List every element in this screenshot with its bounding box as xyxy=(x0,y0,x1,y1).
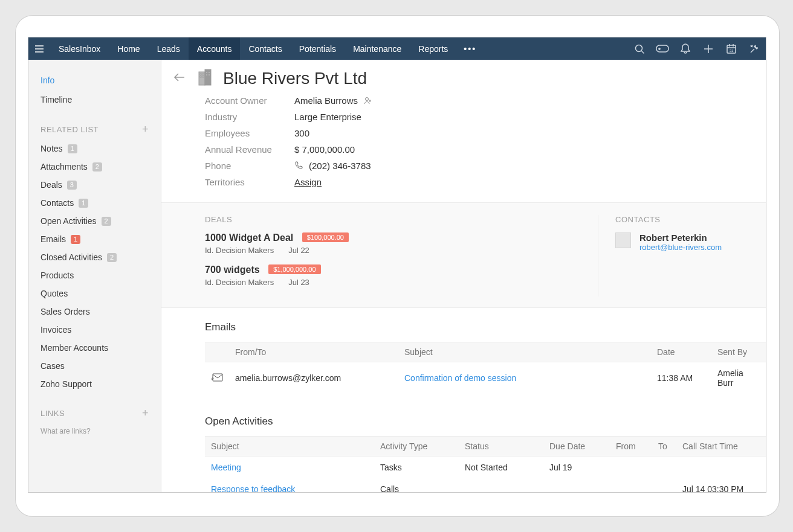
activities-section-title: Open Activities xyxy=(205,415,766,428)
sidebar-open-activities[interactable]: Open Activities2 xyxy=(40,212,149,230)
sidebar-emails[interactable]: Emails1 xyxy=(40,230,149,248)
nav-potentials[interactable]: Potentials xyxy=(291,37,345,60)
activity-row[interactable]: Meeting Tasks Not Started Jul 19 xyxy=(205,457,766,479)
sidebar-deals[interactable]: Deals3 xyxy=(40,176,149,194)
sidebar-sales-orders[interactable]: Sales Orders xyxy=(40,303,149,321)
assign-territory-link[interactable]: Assign xyxy=(294,177,322,187)
act-col-callstart: Call Start Time xyxy=(676,437,766,457)
activity-subject-link[interactable]: Meeting xyxy=(211,463,241,472)
deal-amount-badge: $100,000.00 xyxy=(302,232,349,242)
sidebar-invoices[interactable]: Invoices xyxy=(40,321,149,339)
sidebar-contacts[interactable]: Contacts1 xyxy=(40,194,149,212)
deal-item[interactable]: 1000 Widget A Deal $100,000.00 Id. Decis… xyxy=(205,232,598,255)
sidebar-member-accounts[interactable]: Member Accounts xyxy=(40,339,149,357)
badge: 2 xyxy=(92,162,102,171)
svg-rect-10 xyxy=(209,72,210,73)
email-subject-link[interactable]: Confirmation of demo session xyxy=(404,373,516,383)
activity-status: Not Started xyxy=(459,457,543,479)
sidebar-timeline[interactable]: Timeline xyxy=(40,90,149,109)
contacts-section-title: CONTACTS xyxy=(615,215,749,224)
field-value-owner: Amelia Burrows xyxy=(294,95,358,106)
envelope-icon xyxy=(211,373,223,383)
activities-table: Subject Activity Type Status Due Date Fr… xyxy=(205,436,766,492)
hamburger-icon[interactable] xyxy=(28,37,50,60)
activity-call xyxy=(676,457,766,479)
field-label-employees: Employees xyxy=(205,128,294,138)
field-value-revenue: $ 7,000,000.00 xyxy=(294,144,355,155)
top-navbar: SalesInbox Home Leads Accounts Contacts … xyxy=(28,37,766,60)
badge: 3 xyxy=(67,181,77,190)
emails-col-subject: Subject xyxy=(398,342,651,362)
sidebar-info[interactable]: Info xyxy=(40,71,149,90)
add-related-icon[interactable]: + xyxy=(142,124,149,135)
activity-to xyxy=(652,457,676,479)
activity-subject-link[interactable]: Response to feedback xyxy=(211,484,295,492)
main-content: Blue Rivers Pvt Ltd Account OwnerAmelia … xyxy=(161,60,766,492)
sidebar-zoho-support[interactable]: Zoho Support xyxy=(40,375,149,393)
links-help[interactable]: What are links? xyxy=(40,423,149,435)
svg-point-0 xyxy=(636,45,642,51)
tools-icon[interactable] xyxy=(743,37,766,60)
sidebar-cases[interactable]: Cases xyxy=(40,357,149,375)
sidebar-notes[interactable]: Notes1 xyxy=(40,139,149,158)
field-value-phone[interactable]: (202) 346-3783 xyxy=(309,161,371,171)
emails-col-from: From/To xyxy=(229,342,398,362)
email-sentby: Amelia Burr xyxy=(711,362,766,394)
svg-point-13 xyxy=(366,97,369,100)
add-link-icon[interactable]: + xyxy=(142,408,149,418)
field-label-industry: Industry xyxy=(205,112,294,122)
activity-due: Jul 19 xyxy=(543,457,610,479)
sidebar-attachments[interactable]: Attachments2 xyxy=(40,158,149,176)
deal-item[interactable]: 700 widgets $1,000,000.00 Id. Decision M… xyxy=(205,264,598,287)
nav-home[interactable]: Home xyxy=(109,37,148,60)
field-label-territories: Territories xyxy=(205,177,294,187)
emails-section-title: Emails xyxy=(205,321,766,333)
field-value-industry: Large Enterprise xyxy=(294,112,361,122)
act-col-type: Activity Type xyxy=(374,437,459,457)
nav-more-icon[interactable]: ••• xyxy=(456,44,484,54)
nav-contacts[interactable]: Contacts xyxy=(240,37,290,60)
deal-date: Jul 23 xyxy=(288,278,309,287)
calendar-icon[interactable]: 31 xyxy=(720,37,743,60)
emails-col-date: Date xyxy=(651,342,711,362)
contact-avatar[interactable] xyxy=(615,232,631,248)
building-icon xyxy=(195,68,213,89)
activity-from xyxy=(610,457,652,479)
contact-name[interactable]: Robert Peterkin xyxy=(639,232,722,243)
act-col-subject: Subject xyxy=(205,437,374,457)
sidebar-closed-activities[interactable]: Closed Activities2 xyxy=(40,248,149,266)
search-icon[interactable] xyxy=(628,37,651,60)
nav-maintenance[interactable]: Maintenance xyxy=(345,37,410,60)
act-col-from: From xyxy=(610,437,652,457)
activity-call: Jul 14 03:30 PM xyxy=(676,478,766,492)
svg-rect-5 xyxy=(200,74,201,75)
act-col-due: Due Date xyxy=(543,437,610,457)
nav-reports[interactable]: Reports xyxy=(410,37,456,60)
plus-icon[interactable] xyxy=(697,37,720,60)
nav-accounts[interactable]: Accounts xyxy=(189,37,241,60)
field-label-phone: Phone xyxy=(205,161,294,171)
sidebar-quotes[interactable]: Quotes xyxy=(40,284,149,303)
activity-row[interactable]: Response to feedback Calls Jul 14 03:30 … xyxy=(205,478,766,492)
emails-table: From/To Subject Date Sent By amelia.burr… xyxy=(205,342,766,394)
bell-icon[interactable] xyxy=(674,37,697,60)
email-row[interactable]: amelia.burrows@zylker.com Confirmation o… xyxy=(205,362,766,394)
sidebar-products[interactable]: Products xyxy=(40,266,149,284)
contact-email[interactable]: robert@blue-rivers.com xyxy=(639,243,722,252)
back-arrow-icon[interactable] xyxy=(173,72,186,85)
field-label-revenue: Annual Revenue xyxy=(205,144,294,155)
deal-date: Jul 22 xyxy=(288,246,309,255)
svg-rect-11 xyxy=(206,74,207,75)
field-label-owner: Account Owner xyxy=(205,95,294,106)
sidebar: Info Timeline RELATED LIST + Notes1 Atta… xyxy=(28,60,161,492)
activity-from xyxy=(610,478,652,492)
badge: 2 xyxy=(107,253,117,262)
gamepad-icon[interactable] xyxy=(651,37,674,60)
field-value-employees: 300 xyxy=(294,128,309,138)
nav-salesinbox[interactable]: SalesInbox xyxy=(50,37,109,60)
activity-type: Tasks xyxy=(374,457,459,479)
svg-rect-12 xyxy=(209,74,210,75)
person-icon[interactable] xyxy=(363,96,372,106)
nav-leads[interactable]: Leads xyxy=(149,37,189,60)
deal-name: 1000 Widget A Deal xyxy=(205,232,293,243)
